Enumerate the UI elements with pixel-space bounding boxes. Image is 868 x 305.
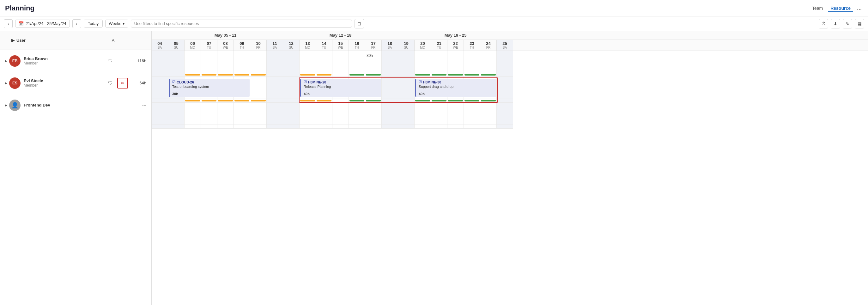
task-bar-H3MINE-28[interactable]: ☑H3MINE-28Release Planning40h — [300, 79, 381, 97]
time-icon: ⏱ — [821, 21, 826, 26]
left-header: ▶ User A — [0, 31, 151, 50]
util-slot — [250, 125, 267, 128]
day-cell-11: 11SA — [267, 40, 283, 51]
util-bar — [300, 100, 315, 101]
day-cell-09: 09TH — [234, 40, 250, 51]
util-bar — [251, 74, 266, 75]
day-num: 19 — [404, 41, 408, 46]
day-cell-04: 04SA — [152, 40, 168, 51]
day-num: 09 — [240, 41, 244, 46]
task-bar-H3MINE-30[interactable]: ☑H3MINE-30Support drag and drop40h — [415, 79, 496, 97]
day-cell-24: 24FR — [480, 40, 497, 51]
util-bar — [464, 126, 479, 127]
util-bar-row-erica-brown — [152, 73, 513, 77]
more-options-button[interactable]: ... — [856, 3, 863, 13]
calendar-panel: May 05 - 11May 12 - 18May 19 - 25 04SA05… — [152, 31, 868, 305]
util-slot — [464, 99, 480, 102]
day-num: 17 — [371, 41, 375, 46]
util-slot — [168, 73, 185, 77]
util-bar — [317, 126, 332, 127]
next-button[interactable]: › — [72, 19, 81, 28]
hours-frontend: --- — [130, 103, 146, 108]
edit-boxed-icon[interactable]: ✏ — [117, 78, 128, 89]
day-abbr: WE — [223, 46, 228, 49]
cal-slot — [398, 103, 414, 125]
download-icon: ⬇ — [834, 21, 837, 26]
cal-slot — [185, 103, 201, 125]
task-name: Support drag and drop — [419, 85, 454, 89]
cal-slot — [431, 103, 447, 125]
cal-slot — [217, 51, 234, 73]
date-range-label: 21/Apr/24 - 25/May/24 — [26, 21, 66, 26]
util-slot — [217, 125, 234, 128]
rows-container: ▶ EB Erica Brown Member 🛡 116h ▶ ES — [0, 50, 151, 305]
util-slot — [382, 125, 398, 128]
filter-input[interactable] — [131, 20, 352, 28]
day-cell-25: 25SA — [497, 40, 513, 51]
day-abbr: FR — [256, 46, 260, 49]
expand-all-icon[interactable]: ▶ — [11, 38, 14, 43]
weeks-label: Weeks — [109, 21, 121, 26]
cal-slot — [431, 51, 447, 73]
chart-icon-btn[interactable]: ▦ — [855, 19, 864, 28]
page-title: Planning — [5, 4, 34, 12]
action-icon-evi[interactable]: 🛡 — [106, 79, 115, 88]
cal-slot — [201, 103, 217, 125]
task-bar-CLOUD-26[interactable]: ☑CLOUD-26Test onboarding system30h — [169, 79, 250, 97]
task-hours: 40h — [419, 92, 425, 96]
util-slot — [447, 99, 464, 102]
cal-slot — [168, 103, 185, 125]
util-bar — [448, 126, 463, 127]
tab-team[interactable]: Team — [810, 4, 825, 12]
shield-icon: 🛡 — [108, 58, 113, 64]
cal-header: May 05 - 11May 12 - 18May 19 - 25 04SA05… — [152, 31, 868, 51]
filter-icon-btn[interactable]: ⊟ — [354, 19, 364, 28]
time-icon-btn[interactable]: ⏱ — [819, 19, 828, 28]
user-name-evi: Evi Steele — [24, 79, 106, 83]
task-checkbox-icon: ☑ — [304, 80, 307, 84]
util-slot — [333, 73, 349, 77]
util-slot — [152, 73, 168, 77]
prev-button[interactable]: ‹ — [4, 19, 13, 28]
cal-slot — [267, 103, 283, 125]
day-num: 10 — [256, 41, 260, 46]
cal-slot — [234, 103, 250, 125]
day-num: 18 — [388, 41, 392, 46]
task-id: ☑H3MINE-28 — [304, 80, 326, 84]
download-icon-btn[interactable]: ⬇ — [831, 19, 840, 28]
tab-resource[interactable]: Resource — [828, 4, 853, 12]
cal-slot — [349, 103, 365, 125]
task-hours: 30h — [172, 92, 178, 96]
day-abbr: FR — [371, 46, 375, 49]
row-expand-erica[interactable]: ▶ — [5, 59, 7, 63]
cal-slot — [185, 51, 201, 73]
day-num: 16 — [354, 41, 359, 46]
util-slot — [447, 73, 464, 77]
util-slot — [333, 125, 349, 128]
row-expand-evi[interactable]: ▶ — [5, 81, 7, 85]
util-bar — [481, 100, 496, 101]
util-bar — [349, 100, 364, 101]
day-abbr: TU — [207, 46, 211, 49]
row-expand-frontend[interactable]: ▶ — [5, 103, 7, 107]
date-range-button[interactable]: 📅 21/Apr/24 - 25/May/24 — [15, 20, 70, 28]
cal-slot — [152, 103, 168, 125]
days-row: 04SA05SU06MO07TU08WE09TH10FR11SA12SU13MO… — [152, 40, 868, 51]
edit-icon-btn[interactable]: ✎ — [843, 19, 852, 28]
util-slot — [349, 99, 365, 102]
app-container: Planning Team Resource ... ‹ 📅 21/Apr/24… — [0, 0, 868, 305]
weeks-button[interactable]: Weeks ▾ — [105, 20, 128, 28]
util-slot — [414, 99, 431, 102]
day-abbr: SU — [289, 46, 293, 49]
cal-slot — [152, 51, 168, 73]
today-button[interactable]: Today — [84, 20, 103, 28]
util-slot — [300, 125, 316, 128]
action-icon-erica[interactable]: 🛡 — [106, 57, 115, 65]
util-bar — [366, 126, 381, 127]
cal-slot — [267, 77, 283, 99]
day-abbr: FR — [486, 46, 490, 49]
edit-icon: ✎ — [845, 21, 849, 26]
day-abbr: SU — [174, 46, 179, 49]
week-label: May 05 - 11 — [168, 31, 283, 39]
util-slot — [168, 99, 185, 102]
